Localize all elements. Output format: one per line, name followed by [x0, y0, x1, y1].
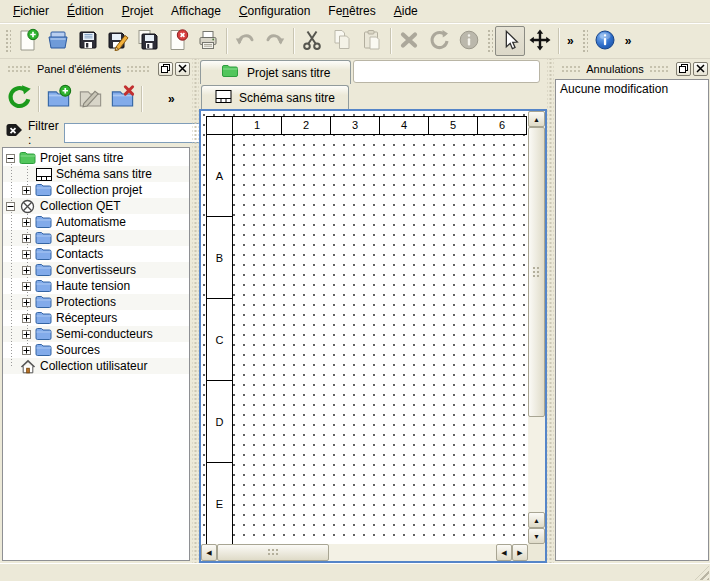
folder-icon [35, 311, 52, 326]
row-ruler: A B C D E [206, 135, 233, 544]
scroll-left-button[interactable]: ◀ [496, 544, 512, 561]
move-tool-button[interactable] [525, 26, 555, 56]
collapse-minus-icon[interactable] [6, 154, 15, 163]
schema-tab-bar: Schéma sans titre [199, 84, 547, 109]
titlebar-texture [649, 65, 669, 73]
expand-plus-icon[interactable] [22, 218, 31, 227]
edit-folder-icon [77, 84, 104, 114]
save-as-button[interactable] [103, 26, 133, 56]
tree-item-collection-projet[interactable]: Collection projet [3, 182, 189, 198]
panel-overflow-button[interactable]: » [163, 92, 180, 106]
toolbar-drag-handle[interactable] [4, 28, 11, 54]
menu-bar: Fichier Édition Projet Affichage Configu… [0, 0, 710, 23]
open-document-button[interactable] [43, 26, 73, 56]
scroll-up-button[interactable]: ▲ [528, 111, 545, 127]
tree-item-automatisme[interactable]: Automatisme [3, 214, 189, 230]
tree-item-collection-utilisateur[interactable]: Collection utilisateur [3, 358, 189, 374]
undo-icon [233, 28, 257, 55]
new-document-button[interactable] [13, 26, 43, 56]
project-tab-bar: Projet sans titre [199, 59, 547, 84]
save-all-button[interactable] [133, 26, 163, 56]
toolbar-separator [558, 28, 559, 54]
vertical-scroll-track[interactable] [528, 417, 545, 512]
menu-projet[interactable]: Projet [113, 1, 162, 21]
expand-plus-icon[interactable] [22, 282, 31, 291]
schema-canvas[interactable]: 1 2 3 4 5 6 A B C D E [201, 111, 528, 544]
horizontal-scroll-thumb[interactable] [217, 544, 329, 561]
thumb-grip [532, 266, 541, 279]
menu-affichage[interactable]: Affichage [162, 1, 230, 21]
tree-item-convertisseurs[interactable]: Convertisseurs [3, 262, 189, 278]
tree-item-collection-qet[interactable]: Collection QET [3, 198, 189, 214]
reload-collections-button[interactable] [3, 83, 35, 115]
expand-plus-icon[interactable] [22, 186, 31, 195]
clear-filter-icon[interactable] [5, 124, 23, 142]
delete-icon [397, 28, 421, 55]
tree-item-sources[interactable]: Sources [3, 342, 189, 358]
menu-fenetres[interactable]: Fenêtres [319, 1, 384, 21]
close-dock-button[interactable] [693, 62, 708, 76]
folder-icon [35, 295, 52, 310]
close-dock-button[interactable] [175, 62, 190, 76]
tree-item-capteurs[interactable]: Capteurs [3, 230, 189, 246]
titlebar-texture [126, 65, 151, 73]
float-dock-button[interactable] [158, 62, 173, 76]
row-header: A [207, 135, 232, 217]
horizontal-scroll-track[interactable] [329, 544, 496, 561]
tree-item-haute-tension[interactable]: Haute tension [3, 278, 189, 294]
scroll-right-button[interactable]: ▶ [512, 544, 528, 561]
tree-item-projet-sans-titre[interactable]: Projet sans titre [3, 150, 189, 166]
close-document-button[interactable] [163, 26, 193, 56]
undo-history-list[interactable]: Aucune modification [555, 79, 709, 561]
scroll-up-button[interactable]: ▲ [528, 512, 545, 528]
cut-button[interactable] [297, 26, 327, 56]
schema-tab[interactable]: Schéma sans titre [201, 85, 349, 109]
delete-category-button[interactable] [106, 83, 138, 115]
home-icon [19, 359, 36, 374]
expand-plus-icon[interactable] [22, 250, 31, 259]
right-splitter[interactable] [547, 59, 554, 563]
expand-plus-icon[interactable] [22, 346, 31, 355]
collapse-minus-icon[interactable] [6, 202, 15, 211]
menu-edition[interactable]: Édition [58, 1, 113, 21]
undo-list-item[interactable]: Aucune modification [560, 82, 704, 96]
scroll-down-button[interactable]: ▼ [528, 528, 545, 544]
menu-aide[interactable]: Aide [385, 1, 427, 21]
toolbar-separator [226, 28, 227, 54]
undo-panel-dock: Annulations Aucune modification [554, 59, 710, 563]
filter-label: Filtrer : [28, 119, 59, 147]
select-tool-button[interactable] [495, 26, 525, 56]
resize-grip[interactable] [695, 566, 709, 580]
print-button[interactable] [193, 26, 223, 56]
column-header: 4 [379, 117, 428, 134]
expand-plus-icon[interactable] [22, 330, 31, 339]
vertical-scroll-thumb[interactable] [528, 127, 545, 417]
save-button[interactable] [73, 26, 103, 56]
project-tab[interactable]: Projet sans titre [200, 60, 351, 84]
tree-item-contacts[interactable]: Contacts [3, 246, 189, 262]
elements-panel-titlebar[interactable]: Panel d'éléments [0, 59, 192, 78]
expand-plus-icon[interactable] [22, 298, 31, 307]
expand-plus-icon[interactable] [22, 314, 31, 323]
menu-fichier[interactable]: Fichier [4, 1, 58, 21]
float-dock-button[interactable] [676, 62, 691, 76]
toolbar-drag-handle[interactable] [486, 28, 493, 54]
vertical-scrollbar[interactable]: ▲ ▲ ▼ [528, 111, 545, 544]
toolbar-overflow-button[interactable]: » [620, 34, 637, 48]
toolbar-overflow-button[interactable]: » [562, 34, 579, 48]
scroll-left-button[interactable]: ◀ [201, 544, 217, 561]
tree-item-recepteurs[interactable]: Récepteurs [3, 310, 189, 326]
tree-item-protections[interactable]: Protections [3, 294, 189, 310]
new-category-button[interactable] [42, 83, 74, 115]
expand-plus-icon[interactable] [22, 266, 31, 275]
tree-item-semi-conducteurs[interactable]: Semi-conducteurs [3, 326, 189, 342]
tree-item-schema-sans-titre[interactable]: Schéma sans titre [3, 166, 189, 182]
folder-icon [35, 183, 52, 198]
toolbar-drag-handle[interactable] [581, 28, 588, 54]
undo-panel-titlebar[interactable]: Annulations [554, 59, 710, 78]
about-information-button[interactable] [590, 26, 620, 56]
expand-plus-icon[interactable] [22, 234, 31, 243]
menu-configuration[interactable]: Configuration [230, 1, 319, 21]
left-splitter[interactable] [192, 59, 199, 563]
horizontal-scrollbar[interactable]: ◀ ◀ ▶ [201, 544, 528, 561]
